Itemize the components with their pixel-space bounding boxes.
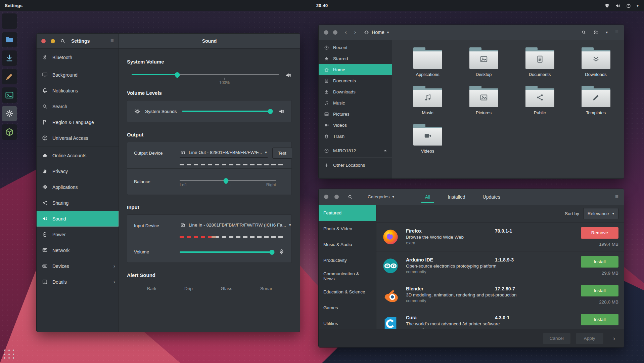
folder-item[interactable]: Videos — [404, 124, 451, 154]
software-category[interactable]: Music & Audio — [319, 237, 376, 252]
test-speakers-button[interactable]: Test — [272, 148, 292, 159]
app-row[interactable]: Firefox 70.0.1-1 Browse the World Wide W… — [376, 222, 624, 251]
system-volume-slider[interactable] — [132, 72, 279, 77]
alert-sound-option[interactable]: Bark — [147, 286, 156, 291]
sidebar-item[interactable]: Power — [37, 227, 119, 242]
folder-item[interactable]: Applications — [404, 47, 451, 77]
dock-item[interactable] — [2, 32, 17, 47]
sidebar-item[interactable]: Applications — [37, 179, 119, 195]
folder-item[interactable]: Downloads — [572, 47, 619, 77]
files-sidebar-item[interactable]: Home — [319, 64, 392, 75]
slider-handle[interactable] — [268, 109, 273, 114]
balance-slider[interactable]: Left Right — [180, 178, 276, 183]
app-action-button[interactable]: Install — [581, 256, 618, 268]
search-icon[interactable] — [60, 38, 65, 44]
files-sidebar-item[interactable]: Videos — [319, 120, 392, 131]
folder-item[interactable]: Public — [516, 86, 563, 115]
app-row[interactable]: Arduino IDE 1:1.8.9-3 Open-source electr… — [376, 251, 624, 280]
software-category[interactable]: Photo & Video — [319, 221, 376, 237]
location-button[interactable]: Home ▾ — [364, 30, 389, 35]
dock-item[interactable] — [2, 124, 17, 140]
input-volume-slider[interactable] — [180, 249, 273, 255]
tray-caret-icon[interactable]: ▾ — [637, 3, 639, 8]
sidebar-item[interactable]: Sharing — [37, 195, 119, 211]
alert-sound-option[interactable]: Glass — [221, 286, 232, 291]
window-button[interactable] — [324, 195, 328, 199]
folder-item[interactable]: Music — [404, 86, 451, 115]
menu-icon[interactable]: ≡ — [615, 29, 618, 36]
software-tab[interactable]: Installed — [439, 189, 474, 205]
input-device-dropdown[interactable]: Line In - 82801FB/FBM/FR/FW/FRW (ICH6 Fa… — [180, 221, 292, 230]
sort-dropdown[interactable]: Relevance ▾ — [583, 208, 618, 219]
alert-sound-option[interactable]: Sonar — [260, 286, 272, 291]
menu-icon[interactable]: ≡ — [110, 38, 114, 44]
expand-chevron-icon[interactable]: › — [613, 335, 615, 342]
folder-item[interactable]: Desktop — [460, 47, 507, 77]
sidebar-item[interactable]: Universal Access — [37, 130, 119, 146]
sidebar-item[interactable]: Online Accounts — [37, 148, 119, 163]
app-action-button[interactable]: Install — [581, 314, 618, 325]
software-category[interactable]: Games — [319, 300, 376, 316]
sidebar-item[interactable]: Sound — [37, 211, 119, 227]
window-button[interactable] — [324, 30, 328, 35]
eject-icon[interactable] — [383, 148, 388, 153]
power-icon[interactable] — [626, 3, 631, 8]
minimize-button[interactable] — [51, 39, 55, 43]
system-sounds-slider[interactable] — [182, 109, 273, 114]
clock[interactable]: 20:40 — [316, 3, 328, 8]
files-sidebar-item[interactable]: Starred — [319, 53, 392, 64]
files-sidebar-item[interactable]: Music — [319, 97, 392, 109]
app-grid-button[interactable] — [4, 350, 15, 360]
files-sidebar-item[interactable]: Recent — [319, 42, 392, 53]
slider-handle[interactable] — [270, 250, 275, 255]
active-app-menu[interactable]: Settings — [0, 0, 27, 11]
window-button[interactable] — [333, 30, 337, 35]
files-sidebar-item[interactable]: Downloads — [319, 86, 392, 97]
dock-item[interactable] — [2, 87, 17, 103]
dock-item[interactable] — [2, 106, 17, 121]
sidebar-item[interactable]: Devices › — [37, 258, 119, 274]
categories-dropdown[interactable]: Categories ▾ — [368, 194, 394, 199]
app-action-button[interactable]: Remove — [581, 227, 618, 239]
files-sidebar-item[interactable]: Trash — [319, 131, 392, 142]
dock-item[interactable] — [2, 13, 17, 29]
sidebar-item[interactable]: Background — [37, 67, 119, 83]
files-sidebar-item[interactable]: Documents — [319, 75, 392, 86]
sidebar-item[interactable]: Network — [37, 242, 119, 258]
search-icon[interactable] — [348, 194, 353, 200]
files-sidebar-item[interactable]: Other Locations — [319, 160, 392, 171]
files-sidebar-item[interactable]: MJRO1812 — [319, 144, 392, 158]
folder-item[interactable]: Pictures — [460, 86, 507, 115]
software-tab[interactable]: All — [416, 189, 439, 205]
search-icon[interactable] — [581, 30, 586, 35]
dock-item[interactable] — [2, 69, 17, 84]
app-row[interactable]: Blender 17:2.80-7 3D modeling, animation… — [376, 280, 624, 309]
output-device-dropdown[interactable]: Line Out - 82801FB/FBM/FR/FW/F... ▾ — [180, 149, 268, 158]
view-options-caret-icon[interactable]: ▾ — [606, 30, 608, 35]
sidebar-item[interactable]: Privacy — [37, 163, 119, 179]
software-category[interactable]: Productivity — [319, 252, 376, 268]
software-category[interactable]: Featured — [319, 205, 376, 221]
alert-sound-option[interactable]: Drip — [184, 286, 193, 291]
slider-handle[interactable] — [222, 177, 229, 184]
software-category[interactable]: Communication & News — [319, 268, 376, 284]
sidebar-item[interactable]: Bluetooth — [37, 49, 119, 65]
folder-item[interactable]: Templates — [572, 86, 619, 115]
volume-icon[interactable] — [615, 3, 620, 8]
app-row[interactable]: Cura 4.3.0-1 The world's most advanced 3… — [376, 309, 624, 329]
app-action-button[interactable]: Install — [581, 285, 618, 296]
sidebar-item[interactable]: Details › — [37, 274, 119, 290]
forward-icon[interactable]: › — [354, 29, 356, 36]
sidebar-item[interactable]: Region & Language — [37, 114, 119, 130]
dock-item[interactable] — [2, 50, 17, 66]
software-category[interactable]: Education & Science — [319, 284, 376, 300]
software-tab[interactable]: Updates — [474, 189, 509, 205]
cancel-button[interactable]: Cancel — [543, 333, 571, 344]
view-toggle-icon[interactable] — [594, 30, 599, 35]
sidebar-item[interactable]: Notifications — [37, 83, 119, 98]
sidebar-item[interactable]: Search — [37, 98, 119, 114]
menu-icon[interactable]: ≡ — [615, 194, 618, 200]
window-button[interactable] — [334, 195, 339, 199]
software-category[interactable]: Utilities — [319, 316, 376, 329]
files-sidebar-item[interactable]: Pictures — [319, 109, 392, 120]
